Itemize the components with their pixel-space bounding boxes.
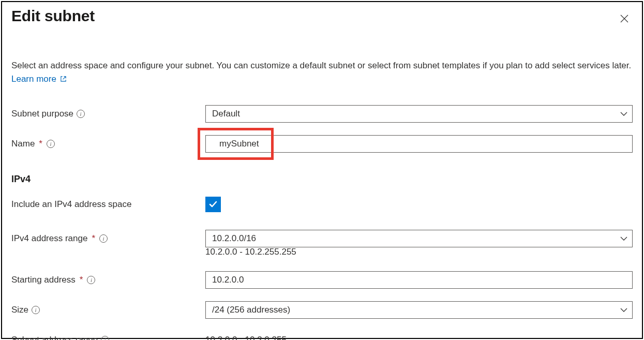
ipv4-range-helper-text: 10.2.0.0 - 10.2.255.255 (205, 247, 633, 257)
info-icon[interactable]: i (101, 336, 109, 340)
description-text: Select an address space and configure yo… (11, 61, 631, 70)
panel-description: Select an address space and configure yo… (11, 59, 633, 87)
learn-more-text: Learn more (11, 74, 56, 84)
label-include-ipv4: Include an IPv4 address space (11, 199, 205, 210)
section-title-ipv4: IPv4 (11, 174, 633, 185)
form-area: Subnet purpose i Default Name * i (11, 105, 633, 340)
label-text-name: Name (11, 139, 35, 149)
subnet-purpose-select[interactable]: Default (205, 105, 633, 123)
size-select[interactable]: /24 (256 addresses) (205, 301, 633, 319)
label-name: Name * i (11, 139, 205, 149)
check-icon (208, 199, 218, 210)
include-ipv4-checkbox[interactable] (205, 197, 221, 212)
info-icon[interactable]: i (77, 110, 85, 118)
label-ipv4-range: IPv4 address range * i (11, 233, 205, 244)
ipv4-range-select-wrap: 10.2.0.0/16 (205, 230, 633, 247)
required-indicator: * (39, 139, 42, 149)
required-indicator: * (80, 275, 83, 285)
label-text-starting-address: Starting address (11, 275, 76, 285)
info-icon[interactable]: i (99, 234, 108, 243)
learn-more-link[interactable]: Learn more (11, 74, 67, 84)
row-subnet-range: Subnet address range i 10.2.0.0 - 10.2.0… (11, 331, 633, 340)
row-starting-address: Starting address * i (11, 271, 633, 289)
ipv4-range-select[interactable]: 10.2.0.0/16 (205, 230, 633, 247)
external-link-icon (60, 73, 67, 86)
panel-header: Edit subnet (11, 2, 633, 27)
size-select-wrap: /24 (256 addresses) (205, 301, 633, 319)
subnet-range-value: 10.2.0.0 - 10.2.0.255 (205, 335, 633, 340)
row-size: Size i /24 (256 addresses) (11, 301, 633, 319)
row-subnet-purpose: Subnet purpose i Default (11, 105, 633, 123)
info-icon[interactable]: i (47, 140, 55, 148)
name-input[interactable] (205, 135, 633, 153)
row-include-ipv4: Include an IPv4 address space (11, 195, 633, 214)
edit-subnet-panel: Edit subnet Select an address space and … (1, 1, 643, 339)
subnet-purpose-select-wrap: Default (205, 105, 633, 123)
label-text-size: Size (11, 305, 28, 315)
panel-title: Edit subnet (11, 7, 95, 25)
name-field-wrap (205, 135, 633, 153)
label-subnet-range: Subnet address range i (11, 335, 205, 340)
close-button[interactable] (616, 10, 633, 27)
label-subnet-purpose: Subnet purpose i (11, 109, 205, 119)
label-text-subnet-range: Subnet address range (11, 335, 98, 340)
row-name: Name * i (11, 135, 633, 153)
label-text-include-ipv4: Include an IPv4 address space (11, 199, 131, 210)
starting-address-input[interactable] (205, 271, 633, 289)
required-indicator: * (92, 233, 95, 244)
label-text-ipv4-range: IPv4 address range (11, 233, 87, 244)
label-text-subnet-purpose: Subnet purpose (11, 109, 73, 119)
close-icon (620, 14, 629, 23)
info-icon[interactable]: i (32, 306, 40, 314)
info-icon[interactable]: i (87, 276, 95, 284)
label-starting-address: Starting address * i (11, 275, 205, 285)
label-size: Size i (11, 305, 205, 315)
